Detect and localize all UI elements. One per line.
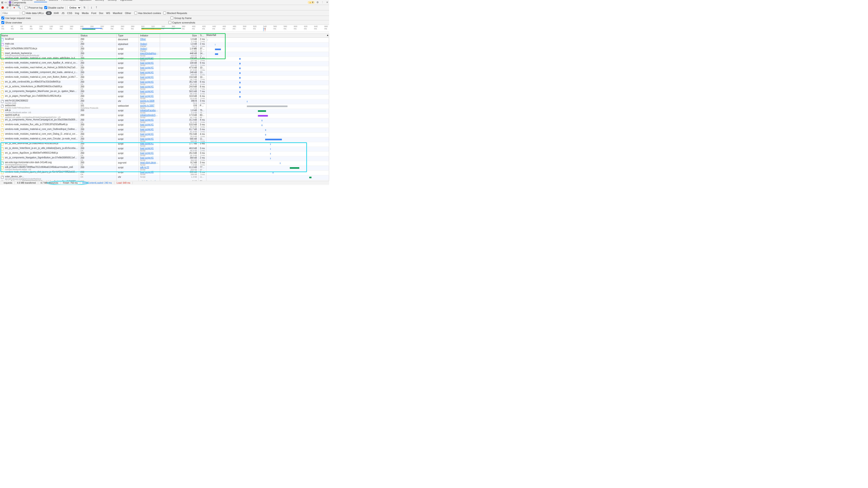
request-row[interactable]: voter_device_id=...api.wevoteusa.org/api…	[0, 175, 329, 180]
request-row[interactable]: react_devtools_backend.jsfmkadmapgofadop…	[0, 52, 329, 57]
request-row[interactable]: vendors-node_modules_jquery_dist_jquery_…	[0, 170, 329, 175]
capture-screenshots-checkbox[interactable]: Capture screenshots	[168, 21, 195, 24]
initiator-link[interactable]: load script:41	[140, 119, 158, 121]
record-button[interactable]	[1, 6, 4, 9]
request-row[interactable]: vendors-node_modules_loadable_component_…	[0, 71, 329, 76]
request-row[interactable]: vendors-node_modules_material-ui_core_es…	[0, 128, 329, 133]
filter-other[interactable]: Other	[124, 11, 132, 15]
initiator-link[interactable]: load script:41	[140, 76, 158, 78]
filter-font[interactable]: Font	[90, 11, 97, 15]
more-icon[interactable]: ⋮	[321, 1, 324, 4]
request-row[interactable]: src_js_components_Navigation_SignInButto…	[0, 156, 329, 161]
initiator-link[interactable]: sockjs.js:1609	[140, 100, 158, 102]
tab-performance[interactable]: Performance	[60, 0, 78, 2]
blocked-cookies-checkbox[interactable]: Has blocked cookies	[134, 11, 161, 14]
request-row[interactable]: vendors-node_modules_react-helmet_es_Hel…	[0, 66, 329, 71]
overview-ruler[interactable]: 20 ms40 ms60 ms80 ms100 ms120 ms140 ms16…	[0, 25, 329, 32]
initiator-link[interactable]: load script:41	[140, 71, 158, 74]
header-type[interactable]: Type	[117, 34, 139, 37]
filter-media[interactable]: Media	[81, 11, 90, 15]
filter-img[interactable]: Img	[74, 11, 80, 15]
request-row[interactable]: src_js_components_Home_HomeCampaignList_…	[0, 119, 329, 123]
filter-xhr[interactable]: XHR	[53, 11, 60, 15]
request-row[interactable]: info?t=1613942306622/sockjs-node200OKxhr…	[0, 99, 329, 104]
tab-security[interactable]: Security	[106, 0, 119, 2]
initiator-link[interactable]: load script:41	[140, 157, 158, 159]
header-size[interactable]: Size	[160, 34, 198, 37]
preserve-log-checkbox[interactable]: Preserve log	[25, 6, 42, 9]
initiator-link[interactable]: load script:41	[140, 67, 158, 69]
initiator-link[interactable]: (index)	[140, 48, 158, 50]
network-conditions-icon[interactable]: ⇅	[83, 6, 86, 9]
tab-network[interactable]: Network	[34, 0, 47, 2]
request-row[interactable]: vendors-node_modules_material-ui_core_es…	[0, 76, 329, 80]
filter-ws[interactable]: WS	[105, 11, 111, 15]
initiator-link[interactable]: load script:41	[140, 95, 158, 97]
initiator-link[interactable]: load script:41	[140, 57, 158, 59]
initiator-link[interactable]: load script:41	[140, 90, 158, 93]
initiator-link[interactable]: load script:41	[140, 138, 158, 140]
tab-sources[interactable]: Sources	[47, 0, 60, 2]
request-row[interactable]: vendors-node_modules_material-ui_core_es…	[0, 57, 329, 61]
request-row[interactable]: localhost200OKdocumentOther1.9 kB1.7 kB2…	[0, 38, 329, 42]
request-row[interactable]: we-vote-logo-horizontal-color-dark-141x4…	[0, 161, 329, 166]
request-row[interactable]: sdk.js?hash=c8b0857399f9aa7012c804ba6134…	[0, 166, 329, 170]
header-time[interactable]: Time	[198, 34, 206, 37]
request-row[interactable]: src_js_stores_VoterStore_js-src_js_utils…	[0, 147, 329, 152]
initiator-link[interactable]: (index)	[140, 43, 158, 45]
tab-application[interactable]: Application	[78, 0, 93, 2]
initiator-link[interactable]: react-dom.development.js:683	[140, 162, 158, 164]
filter-css[interactable]: CSS	[66, 11, 73, 15]
filter-manifest[interactable]: Manifest	[112, 11, 123, 15]
export-icon[interactable]: ⤒	[95, 6, 98, 9]
initiator-link[interactable]: load script:41	[140, 124, 158, 126]
initiator-link[interactable]: sdk.js:22	[140, 166, 158, 168]
tab-lighthouse[interactable]: Lighthouse	[119, 0, 134, 2]
search-icon[interactable]: 🔍	[18, 6, 21, 9]
filter-input[interactable]	[1, 11, 20, 15]
initiator-link[interactable]: initializeAppleSDK.js:11	[140, 114, 158, 116]
request-row[interactable]: src_js_actions_VoterActions_js.8fbd9f184…	[0, 85, 329, 90]
initiator-link[interactable]: load script:41	[140, 147, 158, 150]
clear-button[interactable]: ⊘	[6, 6, 9, 9]
request-row[interactable]: src_js_pages_HomePage_jsx.c7e60839e31cf8…	[0, 95, 329, 99]
header-initiator[interactable]: Initiator	[139, 34, 160, 37]
warnings-badge[interactable]: ▲4	[308, 1, 314, 4]
filter-js[interactable]: JS	[61, 11, 65, 15]
request-row[interactable]: src_js_components_Navigation_MainFooter_…	[0, 90, 329, 95]
request-row[interactable]: main.142fa309b6c1650751da.js200OKscript(…	[0, 47, 329, 52]
request-row[interactable]: appleid.auth.jsappleid.cdn-apple.com/app…	[0, 113, 329, 119]
header-status[interactable]: Status	[79, 34, 117, 37]
group-by-frame-checkbox[interactable]: Group by frame	[170, 17, 191, 20]
inspect-icon[interactable]: ◧	[1, 1, 4, 4]
initiator-link[interactable]: load script:41	[140, 86, 158, 88]
tab-memory[interactable]: Memory	[93, 0, 106, 2]
close-icon[interactable]: ✕	[326, 1, 328, 4]
request-row[interactable]: sdk.jsconnect.facebook.net/en_US200scrip…	[0, 109, 329, 113]
show-overview-checkbox[interactable]: Show overview	[1, 21, 22, 24]
request-row[interactable]: main.css/css200OKstylesheet(index)Parser…	[0, 42, 329, 47]
initiator-link[interactable]: load script:41	[140, 171, 158, 173]
device-icon[interactable]: ▭	[4, 1, 7, 4]
settings-icon[interactable]: ⚙	[316, 1, 319, 4]
request-row[interactable]: websocket/sockjs-node/705/oq1d3wxz101Swi…	[0, 104, 329, 109]
disable-cache-checkbox[interactable]: Disable cache	[44, 6, 64, 9]
initiator-link[interactable]: load script:41	[140, 62, 158, 64]
initiator-link[interactable]: load script:41	[140, 133, 158, 135]
request-row[interactable]: vendors-node_modules_flux_utils_js.37339…	[0, 123, 329, 128]
request-row[interactable]: vendors-node_modules_material-ui_core_es…	[0, 61, 329, 66]
blocked-requests-checkbox[interactable]: Blocked Requests	[163, 11, 187, 14]
header-waterfall[interactable]: Waterfall▲	[206, 34, 329, 37]
request-row[interactable]: vendors-node_modules_material-ui_core_es…	[0, 137, 329, 142]
hide-data-urls-checkbox[interactable]: Hide data URLs	[22, 11, 43, 14]
header-name[interactable]: Name	[0, 34, 79, 37]
request-row[interactable]: src_js_utils_cordovaUtils_js.c40bd197ac3…	[0, 80, 329, 85]
filter-doc[interactable]: Doc	[98, 11, 104, 15]
import-icon[interactable]: ⤓	[90, 6, 93, 9]
large-rows-checkbox[interactable]: Use large request rows	[1, 17, 31, 20]
initiator-link[interactable]: initializeFacebookSDK.js:26	[140, 109, 158, 111]
initiator-link[interactable]: load script:41	[140, 81, 158, 83]
initiator-link[interactable]: Other	[140, 38, 158, 40]
request-row[interactable]: src_js_stores_AppStore_js.48b83ef7e9f983…	[0, 152, 329, 156]
initiator-link[interactable]: load script:41	[140, 142, 158, 145]
